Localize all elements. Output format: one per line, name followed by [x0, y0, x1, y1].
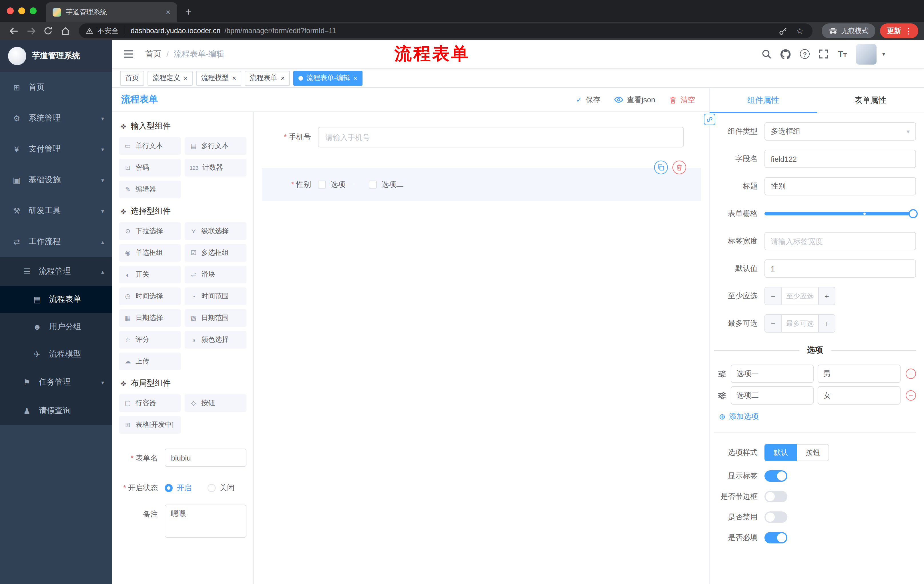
- close-icon[interactable]: ×: [281, 74, 285, 81]
- duplicate-component-button[interactable]: [654, 161, 668, 174]
- default-value-input[interactable]: [764, 260, 916, 278]
- option2-value-input[interactable]: [818, 386, 901, 405]
- tag-process-form[interactable]: 流程表单 ×: [245, 71, 290, 86]
- sidebar-item-leave-query[interactable]: ♟ 请假查询: [0, 396, 112, 425]
- component-radio-group[interactable]: ◉单选框组: [119, 244, 181, 262]
- help-icon[interactable]: ?: [800, 49, 810, 59]
- gender-option2-checkbox[interactable]: 选项二: [369, 179, 404, 190]
- tag-process-definition[interactable]: 流程定义 ×: [147, 71, 193, 86]
- forward-icon[interactable]: [23, 23, 39, 38]
- drag-handle-icon[interactable]: [718, 370, 727, 377]
- save-button[interactable]: ✓ 保存: [576, 95, 601, 105]
- sidebar-item-infrastructure[interactable]: ▣ 基础设施 ▾: [0, 165, 112, 196]
- form-canvas[interactable]: 手机号: [254, 112, 709, 584]
- component-counter[interactable]: 123计数器: [185, 159, 246, 176]
- github-icon[interactable]: [780, 49, 791, 59]
- component-time-picker[interactable]: ◷时间选择: [119, 288, 181, 305]
- style-default-button[interactable]: 默认: [764, 444, 797, 461]
- show-label-toggle[interactable]: [764, 470, 787, 482]
- delete-component-button[interactable]: [672, 161, 686, 174]
- gender-option1-checkbox[interactable]: 选项一: [318, 179, 353, 190]
- hamburger-icon[interactable]: [121, 50, 136, 58]
- link-icon[interactable]: [704, 114, 715, 125]
- avatar-caret-icon[interactable]: ▾: [882, 51, 885, 57]
- phone-input[interactable]: [318, 127, 684, 147]
- title-input[interactable]: [764, 177, 916, 196]
- plus-button[interactable]: +: [819, 315, 835, 332]
- clear-button[interactable]: 清空: [669, 95, 695, 105]
- drag-handle-icon[interactable]: [718, 392, 727, 399]
- update-button[interactable]: 更新 ⋮: [880, 23, 918, 38]
- component-time-range[interactable]: ◔时间范围: [185, 288, 246, 305]
- max-select-value[interactable]: 最多可选: [781, 315, 819, 332]
- tag-process-model[interactable]: 流程模型 ×: [196, 71, 241, 86]
- bookmark-star-icon[interactable]: ☆: [794, 26, 806, 35]
- tab-form-properties[interactable]: 表单属性: [817, 88, 924, 113]
- min-select-value[interactable]: 至少应选: [781, 288, 819, 304]
- component-multi-line-text[interactable]: ▤多行文本: [185, 137, 246, 155]
- minimize-window-button[interactable]: [18, 7, 25, 14]
- form-grid-slider[interactable]: [764, 204, 916, 223]
- plus-button[interactable]: +: [819, 288, 835, 304]
- form-remark-textarea[interactable]: 嘿嘿: [165, 505, 246, 538]
- component-color-picker[interactable]: ◑颜色选择: [185, 331, 246, 349]
- tag-process-form-edit[interactable]: 流程表单-编辑 ×: [293, 71, 363, 86]
- sidebar-item-workflow[interactable]: ⇄ 工作流程 ▴: [0, 226, 112, 257]
- component-switch[interactable]: ◐开关: [119, 266, 181, 283]
- form-name-input[interactable]: [165, 449, 246, 467]
- component-editor[interactable]: ✎编辑器: [119, 181, 181, 198]
- sidebar-logo[interactable]: 芋道管理系统: [0, 40, 112, 72]
- canvas-field-phone[interactable]: 手机号: [262, 121, 701, 153]
- browser-menu-icon[interactable]: ⋮: [904, 26, 912, 35]
- option1-label-input[interactable]: [731, 365, 813, 383]
- address-bar[interactable]: 不安全 dashboard.yudao.iocoder.cn /bpm/mana…: [79, 23, 812, 38]
- back-icon[interactable]: [6, 23, 22, 38]
- sidebar-item-payment-management[interactable]: ¥ 支付管理 ▾: [0, 134, 112, 165]
- sidebar-item-home[interactable]: ⊞ 首页: [0, 72, 112, 103]
- component-rate[interactable]: ☆评分: [119, 331, 181, 349]
- component-password[interactable]: ⊡密码: [119, 159, 181, 176]
- component-date-range[interactable]: ▧日期范围: [185, 309, 246, 327]
- canvas-field-gender-selected[interactable]: 性别 选项一 选项二: [262, 168, 701, 201]
- sidebar-item-dev-tools[interactable]: ⚒ 研发工具 ▾: [0, 196, 112, 226]
- remove-option-button[interactable]: −: [906, 390, 916, 401]
- tag-home[interactable]: 首页: [120, 71, 144, 86]
- required-toggle[interactable]: [764, 532, 787, 543]
- component-slider[interactable]: ⇌滑块: [185, 266, 246, 283]
- view-json-button[interactable]: 查看json: [614, 95, 655, 105]
- option2-label-input[interactable]: [731, 386, 813, 405]
- remove-option-button[interactable]: −: [906, 368, 916, 379]
- sidebar-item-task-management[interactable]: ⚑ 任务管理 ▾: [0, 368, 112, 396]
- component-checkbox-group[interactable]: ☑多选框组: [185, 244, 246, 262]
- label-width-input[interactable]: [764, 232, 916, 250]
- tab-close-icon[interactable]: ×: [163, 7, 173, 17]
- component-date-picker[interactable]: ▦日期选择: [119, 309, 181, 327]
- border-toggle[interactable]: [764, 491, 787, 502]
- component-upload[interactable]: ☁上传: [119, 352, 181, 370]
- search-icon[interactable]: [762, 49, 771, 59]
- close-window-button[interactable]: [7, 7, 14, 14]
- status-closed-radio[interactable]: 关闭: [208, 483, 234, 493]
- option1-value-input[interactable]: [818, 365, 901, 383]
- component-type-select[interactable]: 多选框组 ▾: [764, 122, 916, 141]
- minus-button[interactable]: −: [765, 315, 781, 332]
- component-button[interactable]: ◇按钮: [185, 394, 246, 412]
- home-icon[interactable]: [57, 23, 73, 38]
- component-table[interactable]: ⊞表格[开发中]: [119, 416, 181, 434]
- user-avatar[interactable]: [856, 44, 876, 64]
- disabled-toggle[interactable]: [764, 512, 787, 523]
- maximize-window-button[interactable]: [30, 7, 36, 14]
- breadcrumb-home[interactable]: 首页: [145, 49, 161, 59]
- minus-button[interactable]: −: [765, 288, 781, 304]
- sidebar-item-process-form[interactable]: ▤ 流程表单: [0, 286, 112, 313]
- add-option-button[interactable]: ⊕ 添加选项: [719, 411, 916, 422]
- component-row-container[interactable]: ▢行容器: [119, 394, 181, 412]
- component-single-line-text[interactable]: ▭单行文本: [119, 137, 181, 155]
- close-icon[interactable]: ×: [183, 74, 188, 81]
- field-name-input[interactable]: [764, 150, 916, 168]
- tab-component-properties[interactable]: 组件属性: [710, 88, 817, 113]
- sidebar-item-system-management[interactable]: ⚙ 系统管理 ▾: [0, 103, 112, 134]
- close-icon[interactable]: ×: [232, 74, 236, 81]
- refresh-icon[interactable]: [40, 23, 56, 38]
- component-cascader[interactable]: ⋎级联选择: [185, 222, 246, 240]
